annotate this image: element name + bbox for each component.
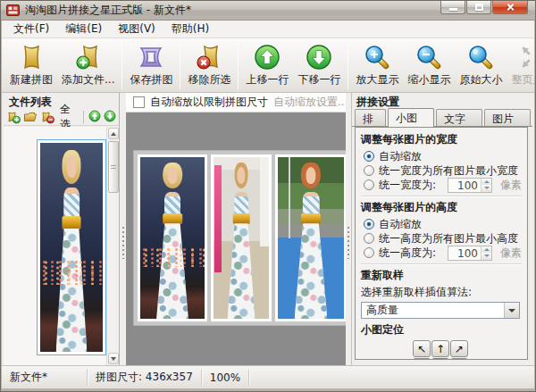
figure-part <box>228 223 255 319</box>
actual-size-button[interactable]: 原始大小 <box>455 41 507 88</box>
option-label: 自动缩放 <box>379 217 422 232</box>
title-bar[interactable]: 淘淘图片拼接之星正式版 - 新文件* <box>1 1 535 21</box>
spinner-down-icon[interactable] <box>482 253 491 260</box>
spinner-value: 100 <box>448 179 481 192</box>
toolbar-button-label: 下移一行 <box>297 72 340 88</box>
position-up-left-button[interactable]: ↖ <box>413 340 431 357</box>
toolbar-button-label: 缩小显示 <box>407 72 450 88</box>
add-file-icon[interactable] <box>6 110 21 124</box>
figure-part <box>301 213 321 224</box>
height-value-spinner[interactable]: 100 <box>448 246 492 261</box>
toolbar-separator <box>121 43 122 89</box>
collage-image-2[interactable] <box>211 154 272 321</box>
window-title: 淘淘图片拼接之星正式版 - 新文件* <box>25 3 191 18</box>
actual-size-icon <box>466 43 495 71</box>
remove-file-icon[interactable] <box>40 110 54 124</box>
toolbar-button-label: 添加文件... <box>62 72 114 88</box>
tab-image-scaling[interactable]: 小图缩放 <box>388 108 434 127</box>
tab-image-watermark[interactable]: 图片水印 <box>484 109 531 126</box>
autoscale-label[interactable]: 自动缩放以限制拼图尺寸 <box>150 95 268 110</box>
status-file-name: 新文件* <box>2 370 88 386</box>
scroll-up-icon[interactable] <box>108 128 119 139</box>
menu-edit[interactable]: 编辑(E) <box>57 20 110 38</box>
option-label: 自动缩放 <box>379 149 422 164</box>
width-fixed-option[interactable]: 统一宽度为: 100 像素 <box>361 178 522 192</box>
radio-icon[interactable] <box>364 233 374 244</box>
position-left-button[interactable]: ← <box>413 358 431 360</box>
toolbar-button-label: 上移一行 <box>246 72 289 88</box>
remove-selected-button[interactable]: 移除所选 <box>183 41 235 88</box>
settings-panel: 拼接设置 排版 小图缩放 文字水印 图片水印 调整每张图片的宽度 自动缩放 统一… <box>351 93 532 365</box>
scroll-down-icon[interactable] <box>108 353 119 364</box>
move-row-down-icon <box>305 43 333 71</box>
tab-text-watermark[interactable]: 文字水印 <box>436 109 482 126</box>
move-row-down-button[interactable]: 下移一行 <box>293 41 345 88</box>
settings-title: 拼接设置 <box>352 93 532 108</box>
position-center-button[interactable] <box>431 358 449 360</box>
maximize-button[interactable] <box>466 1 491 14</box>
option-label: 统一宽度为: <box>379 178 436 193</box>
scrollbar-thumb[interactable] <box>108 141 119 193</box>
width-min-option[interactable]: 统一宽度为所有图片最小宽度 <box>361 163 522 178</box>
resample-section-title: 重新取样 <box>361 268 522 283</box>
photo-runway <box>214 157 269 319</box>
radio-selected-icon[interactable] <box>364 219 374 229</box>
option-label: 统一高度为所有图片最小高度 <box>379 231 518 246</box>
menu-view[interactable]: 视图(V) <box>110 20 163 38</box>
minimize-button[interactable] <box>440 1 465 14</box>
collage-image-1[interactable] <box>138 154 207 321</box>
close-icon <box>506 3 515 13</box>
toolbar-separator <box>238 43 239 89</box>
app-window: 淘淘图片拼接之星正式版 - 新文件* 文件(F) 编辑(E) 视图(V) 帮助(… <box>0 0 536 392</box>
file-thumbnail-selected[interactable] <box>37 139 106 355</box>
height-fixed-option[interactable]: 统一高度为: 100 像素 <box>361 246 522 260</box>
chevron-down-icon[interactable] <box>504 303 519 318</box>
position-up-right-button[interactable]: ↗ <box>450 340 468 357</box>
resample-algorithm-label: 选择重新取样插值算法: <box>361 285 522 300</box>
radio-selected-icon[interactable] <box>364 151 374 162</box>
spinner-down-icon[interactable] <box>482 185 491 192</box>
save-collage-icon <box>137 43 165 71</box>
move-file-up-icon[interactable] <box>88 110 101 124</box>
width-section-title: 调整每张图片的宽度 <box>361 132 522 147</box>
remove-selected-icon <box>195 43 223 71</box>
width-value-spinner[interactable]: 100 <box>448 178 492 193</box>
zoom-out-button[interactable]: 缩小显示 <box>403 41 455 88</box>
app-icon <box>6 4 20 17</box>
move-row-up-button[interactable]: 上移一行 <box>241 41 293 88</box>
new-collage-button[interactable]: 新建拼图 <box>5 41 57 88</box>
radio-icon[interactable] <box>364 179 374 190</box>
collage-image-3[interactable] <box>275 154 346 321</box>
file-list-scrollbar[interactable] <box>106 127 119 365</box>
menu-help[interactable]: 帮助(H) <box>163 20 217 38</box>
autoscale-settings-link: 自动缩放设置... <box>273 95 348 110</box>
width-auto-option[interactable]: 自动缩放 <box>361 149 522 163</box>
toolbar-button-label: 原始大小 <box>459 72 502 88</box>
open-folder-icon[interactable] <box>23 110 38 124</box>
menu-file[interactable]: 文件(F) <box>5 20 57 38</box>
save-collage-button[interactable]: 保存拼图 <box>125 41 177 88</box>
zoom-out-icon <box>415 43 443 71</box>
radio-icon[interactable] <box>364 247 374 258</box>
zoom-in-button[interactable]: 放大显示 <box>351 41 403 88</box>
resample-selected-value: 高质量 <box>362 303 504 318</box>
minimize-icon <box>449 8 457 11</box>
resample-select[interactable]: 高质量 <box>361 302 520 319</box>
close-button[interactable] <box>492 1 528 14</box>
height-min-option[interactable]: 统一高度为所有图片最小高度 <box>361 231 522 246</box>
height-auto-option[interactable]: 自动缩放 <box>361 217 522 231</box>
autoscale-checkbox[interactable] <box>133 96 145 108</box>
add-files-button[interactable]: 添加文件... <box>57 41 119 88</box>
collage-canvas[interactable] <box>126 113 346 365</box>
figure-part <box>295 223 328 319</box>
spinner-up-icon[interactable] <box>482 246 491 254</box>
spinner-up-icon[interactable] <box>482 179 491 186</box>
file-list <box>4 127 119 365</box>
move-file-down-icon[interactable] <box>104 110 116 124</box>
position-right-button[interactable]: → <box>450 358 468 360</box>
radio-icon[interactable] <box>364 165 374 176</box>
tab-layout[interactable]: 排版 <box>355 109 386 126</box>
position-up-button[interactable]: ↑ <box>431 340 449 357</box>
settings-content: 调整每张图片的宽度 自动缩放 统一宽度为所有图片最小宽度 统一宽度为: 100 <box>355 127 528 360</box>
toolbar-button-label: 保存拼图 <box>130 72 172 88</box>
